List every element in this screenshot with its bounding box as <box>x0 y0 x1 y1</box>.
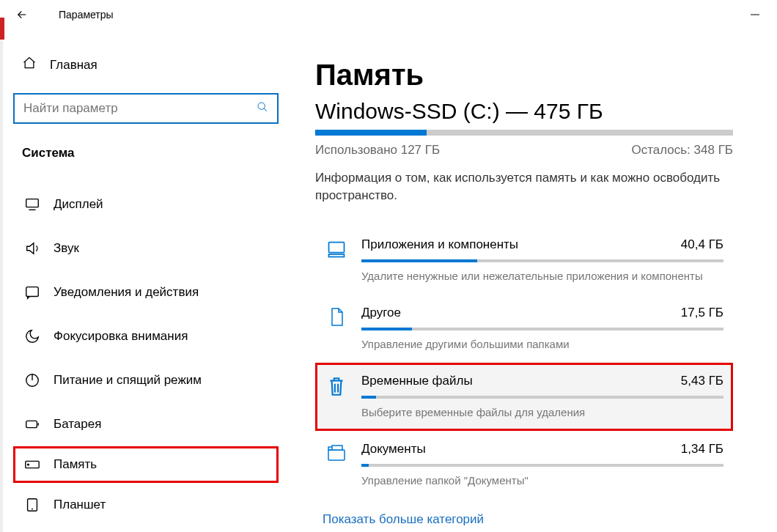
category-name: Временные файлы <box>361 374 473 388</box>
sidebar-item-label: Память <box>54 457 97 472</box>
other-icon <box>325 306 348 350</box>
category-bar-fill <box>361 259 477 262</box>
sidebar-item-label: Питание и спящий режим <box>54 373 202 388</box>
sidebar: Главная Система ДисплейЗвукУведомления и… <box>0 29 301 532</box>
docs-icon <box>325 442 348 487</box>
category-bar-fill <box>361 328 412 330</box>
category-name: Другое <box>361 306 401 320</box>
sidebar-nav-list: ДисплейЗвукУведомления и действияФокусир… <box>13 182 279 527</box>
svg-point-1 <box>258 103 265 109</box>
category-bar <box>361 396 723 399</box>
page-description: Информация о том, как используется памят… <box>315 169 733 204</box>
sound-icon <box>24 240 40 256</box>
category-bar-fill <box>361 396 376 399</box>
search-icon <box>257 101 268 116</box>
svg-rect-20 <box>332 446 342 450</box>
sidebar-item-label: Звук <box>54 241 79 256</box>
svg-point-11 <box>28 464 29 465</box>
svg-rect-8 <box>26 421 37 427</box>
svg-rect-18 <box>328 450 345 460</box>
category-temp[interactable]: Временные файлы5,43 ГБВыберите временные… <box>315 363 733 431</box>
category-size: 1,34 ГБ <box>681 442 723 457</box>
sidebar-item-storage[interactable]: Память <box>13 446 279 483</box>
search-input[interactable] <box>23 101 257 116</box>
apps-icon <box>325 237 348 282</box>
show-more-link[interactable]: Показать больше категорий <box>315 499 733 532</box>
sidebar-item-label: Фокусировка внимания <box>54 329 188 344</box>
total-usage-bar <box>315 130 733 136</box>
category-apps[interactable]: Приложения и компоненты40,4 ГБУдалите не… <box>315 226 733 295</box>
home-icon <box>22 56 37 74</box>
used-label: Использовано 127 ГБ <box>315 143 440 158</box>
minimize-button[interactable] <box>740 3 770 26</box>
battery-icon <box>24 416 40 432</box>
sidebar-item-battery[interactable]: Батарея <box>13 402 279 446</box>
titlebar: Параметры <box>0 0 777 29</box>
sidebar-item-sound[interactable]: Звук <box>13 226 279 270</box>
svg-rect-14 <box>329 242 345 252</box>
page-title: Память <box>315 59 733 92</box>
category-size: 40,4 ГБ <box>681 237 723 252</box>
category-hint: Удалите ненужные или нежелательные прило… <box>361 270 723 282</box>
search-input-wrapper[interactable] <box>13 93 279 124</box>
notify-icon <box>24 284 40 300</box>
window-title: Параметры <box>37 9 114 21</box>
category-bar <box>361 328 723 330</box>
temp-icon <box>325 374 348 418</box>
category-hint: Управление папкой "Документы" <box>361 474 723 487</box>
category-name: Документы <box>361 442 426 457</box>
category-list: Приложения и компоненты40,4 ГБУдалите не… <box>315 226 733 499</box>
sidebar-home[interactable]: Главная <box>13 51 279 78</box>
storage-icon <box>24 457 40 473</box>
display-icon <box>24 196 40 213</box>
content: Память Windows-SSD (C:) — 475 ГБ Использ… <box>301 29 777 532</box>
sidebar-item-label: Планшет <box>54 498 106 512</box>
svg-line-2 <box>264 108 267 111</box>
sidebar-item-label: Дисплей <box>54 197 103 212</box>
category-docs[interactable]: Документы1,34 ГБУправление папкой "Докум… <box>315 431 733 499</box>
total-usage-fill <box>315 130 427 136</box>
focus-icon <box>24 328 40 344</box>
category-hint: Управление другими большими папками <box>361 338 723 350</box>
category-bar <box>361 259 723 262</box>
sidebar-item-tablet[interactable]: Планшет <box>13 483 279 527</box>
sidebar-section-label: Система <box>13 146 279 160</box>
sidebar-item-focus[interactable]: Фокусировка внимания <box>13 314 279 358</box>
drive-line: Windows-SSD (C:) — 475 ГБ <box>315 99 733 124</box>
power-icon <box>24 372 40 388</box>
free-label: Осталось: 348 ГБ <box>631 143 733 158</box>
sidebar-home-label: Главная <box>50 58 97 73</box>
sidebar-item-label: Батарея <box>54 417 101 432</box>
svg-rect-5 <box>26 287 39 297</box>
sidebar-item-notify[interactable]: Уведомления и действия <box>13 270 279 314</box>
category-bar-fill <box>361 464 369 467</box>
category-name: Приложения и компоненты <box>361 237 518 252</box>
back-button[interactable] <box>7 3 37 26</box>
sidebar-item-label: Уведомления и действия <box>54 285 199 300</box>
svg-rect-3 <box>26 199 39 207</box>
category-bar <box>361 464 723 467</box>
sidebar-item-power[interactable]: Питание и спящий режим <box>13 358 279 402</box>
category-other[interactable]: Другое17,5 ГБУправление другими большими… <box>315 295 733 363</box>
tablet-icon <box>24 497 40 513</box>
category-size: 17,5 ГБ <box>681 306 723 320</box>
category-size: 5,43 ГБ <box>681 374 723 388</box>
category-hint: Выберите временные файлы для удаления <box>361 406 723 418</box>
svg-rect-15 <box>329 254 345 257</box>
usage-labels: Использовано 127 ГБ Осталось: 348 ГБ <box>315 143 733 158</box>
sidebar-item-display[interactable]: Дисплей <box>13 182 279 226</box>
